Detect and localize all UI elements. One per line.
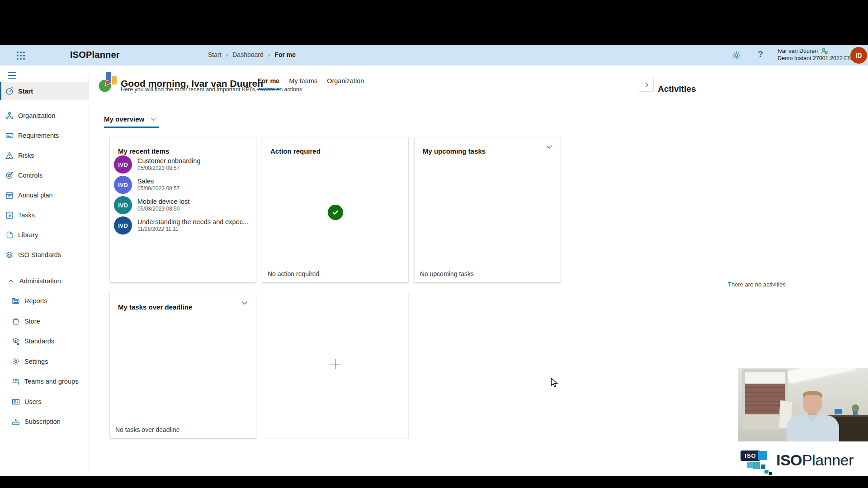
hamburger-menu-icon[interactable] bbox=[7, 70, 18, 81]
screen: ISOPlanner Start › Dashboard › For me ? … bbox=[0, 0, 868, 488]
card-my-tasks-over-deadline: My tasks over deadline No tasks over dea… bbox=[109, 293, 256, 438]
tenant-name: Demo Instant 27001:2022 EN bbox=[778, 55, 852, 62]
avatar: IVD bbox=[114, 155, 132, 174]
breadcrumb-separator-icon: › bbox=[226, 51, 228, 58]
warning-triangle-icon bbox=[5, 151, 14, 160]
app-launcher-icon[interactable] bbox=[16, 51, 26, 61]
window-buildings bbox=[745, 384, 785, 415]
card-my-upcoming-tasks: My upcoming tasks No upcoming tasks bbox=[414, 137, 561, 282]
tab-for-me[interactable]: For me bbox=[257, 75, 280, 90]
item-name: Sales bbox=[137, 178, 179, 185]
contact-card-icon bbox=[11, 397, 20, 406]
isoplanner-app: ISOPlanner Start › Dashboard › For me ? … bbox=[0, 45, 868, 476]
sidebar: Start Organization Requ bbox=[0, 66, 89, 476]
user-name: Ivar van Duuren bbox=[778, 47, 818, 55]
add-widget-icon[interactable] bbox=[329, 358, 342, 371]
sidebar-group-administration[interactable]: Administration bbox=[0, 272, 89, 290]
sidebar-item-iso-standards[interactable]: ISO Standards bbox=[0, 246, 89, 264]
sidebar-item-standards[interactable]: Standards bbox=[0, 332, 89, 350]
avatar: IVD bbox=[114, 216, 132, 235]
inbox-icon bbox=[11, 417, 20, 426]
letterbox-top bbox=[0, 0, 868, 45]
logo-mosaic-square bbox=[747, 462, 753, 468]
sidebar-item-requirements[interactable]: Requirements bbox=[0, 127, 89, 145]
overview-label: My overview bbox=[104, 115, 144, 123]
card-title: My upcoming tasks bbox=[423, 147, 486, 155]
overview-selector[interactable]: My overview bbox=[104, 113, 159, 128]
breadcrumb: Start › Dashboard › For me bbox=[208, 51, 296, 58]
widgets-row-2: My tasks over deadline No tasks over dea… bbox=[109, 293, 409, 438]
sidebar-item-settings[interactable]: Settings bbox=[0, 352, 89, 371]
desk-object bbox=[835, 409, 842, 414]
empty-state-text: No tasks over deadline bbox=[115, 426, 179, 433]
list-item[interactable]: IVD Sales 05/08/2023 08:57 bbox=[114, 176, 252, 194]
tab-organization[interactable]: Organization bbox=[326, 75, 365, 90]
help-icon[interactable]: ? bbox=[756, 49, 765, 60]
card-action-required: Action required No action required bbox=[262, 137, 409, 282]
settings-gear-icon[interactable] bbox=[731, 50, 742, 61]
sidebar-item-library[interactable]: Library bbox=[0, 226, 89, 244]
logo-mosaic-square bbox=[753, 462, 760, 469]
sidebar-item-reports[interactable]: Reports bbox=[0, 292, 89, 310]
tab-my-teams[interactable]: My teams bbox=[288, 75, 318, 90]
logo-wordmark: ISOPlanner bbox=[776, 451, 854, 469]
sidebar-item-store[interactable]: Store bbox=[0, 312, 89, 330]
app-title: ISOPlanner bbox=[70, 50, 120, 60]
layers-icon bbox=[5, 250, 14, 259]
item-name: Understanding the needs and expec... bbox=[137, 218, 248, 226]
sidebar-item-start[interactable]: Start bbox=[0, 82, 89, 100]
letterbox-bottom bbox=[0, 476, 868, 488]
target-icon bbox=[5, 171, 14, 180]
dashboard-chart-icon bbox=[99, 71, 118, 94]
sidebar-item-organization[interactable]: Organization bbox=[0, 107, 89, 125]
avatar: IVD bbox=[114, 196, 132, 214]
calendar-icon bbox=[5, 191, 14, 200]
chevron-down-icon[interactable] bbox=[240, 298, 250, 308]
logo-mosaic-square bbox=[764, 470, 769, 474]
list-item[interactable]: IVD Mobile device lost 05/08/2023 08:50 bbox=[114, 196, 252, 214]
card-add-widget[interactable] bbox=[262, 293, 409, 438]
people-group-icon bbox=[11, 377, 20, 386]
persona-icon bbox=[821, 47, 828, 55]
item-name: Mobile device lost bbox=[137, 198, 189, 206]
sidebar-item-teams-and-groups[interactable]: Teams and groups bbox=[0, 372, 89, 390]
card-my-recent-items: My recent items IVD Customer onboarding … bbox=[109, 137, 256, 282]
item-date: 05/08/2023 08:50 bbox=[137, 206, 189, 212]
list-item[interactable]: IVD Customer onboarding 05/08/2023 08:57 bbox=[114, 155, 252, 174]
avatar: IVD bbox=[114, 176, 132, 194]
sidebar-item-risks[interactable]: Risks bbox=[0, 146, 89, 164]
item-date: 11/28/2022 11:11 bbox=[137, 226, 248, 233]
list-item[interactable]: IVD Understanding the needs and expec...… bbox=[114, 216, 252, 235]
item-name: Customer onboarding bbox=[137, 157, 200, 165]
logo-mosaic-square bbox=[761, 465, 765, 469]
card-title: My tasks over deadline bbox=[118, 303, 192, 311]
expand-panel-button[interactable] bbox=[639, 78, 654, 92]
shopping-bag-icon bbox=[11, 317, 20, 326]
iso-badge: ISO bbox=[741, 450, 760, 461]
reports-icon bbox=[11, 296, 20, 305]
logo-mosaic-square bbox=[769, 472, 772, 475]
sidebar-item-users[interactable]: Users bbox=[0, 393, 89, 411]
ceiling-light bbox=[787, 368, 856, 383]
sidebar-item-tasks[interactable]: Tasks bbox=[0, 206, 89, 224]
logo-wordmark-light: Planner bbox=[802, 451, 854, 469]
sidebar-item-controls[interactable]: Controls bbox=[0, 166, 89, 184]
breadcrumb-separator-icon: › bbox=[268, 51, 270, 58]
avatar[interactable]: ID bbox=[850, 47, 867, 64]
breadcrumb-start[interactable]: Start bbox=[208, 51, 222, 58]
breadcrumb-dashboard[interactable]: Dashboard bbox=[232, 51, 264, 58]
sidebar-item-annual-plan[interactable]: Annual plan bbox=[0, 186, 89, 204]
chevron-up-icon bbox=[6, 277, 15, 286]
nav-spacer bbox=[0, 266, 89, 272]
sidebar-nav: Start Organization Requ bbox=[0, 82, 89, 433]
gear-icon bbox=[11, 357, 20, 366]
item-date: 05/08/2023 08:57 bbox=[137, 185, 179, 192]
breadcrumb-for-me[interactable]: For me bbox=[274, 51, 296, 58]
check-circle-icon bbox=[328, 205, 343, 220]
webcam-video bbox=[738, 368, 868, 441]
main-content: Good morning, Ivar van Duuren Here you w… bbox=[89, 66, 646, 476]
account-info[interactable]: Ivar van Duuren Demo Instant 27001:2022 … bbox=[778, 47, 852, 62]
card-title: Action required bbox=[270, 147, 321, 155]
sidebar-item-subscription[interactable]: Subscription bbox=[0, 413, 89, 431]
chevron-down-icon[interactable] bbox=[544, 142, 554, 152]
